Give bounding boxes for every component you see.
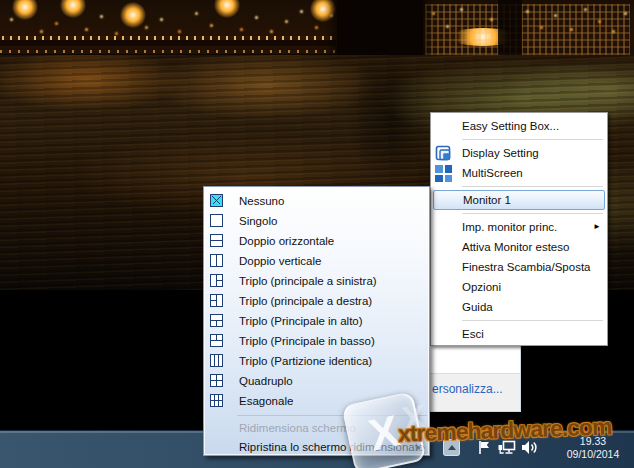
layout-submenu-item-label: Triplo (Principale in basso) <box>239 335 375 347</box>
tray-menu-item-label: Monitor 1 <box>463 194 511 206</box>
tray-menu-item-label: Attiva Monitor esteso <box>462 241 569 253</box>
tray-menu-item-label: MultiScreen <box>462 167 523 179</box>
wallpaper-bridge-deck <box>0 40 336 46</box>
tray-menu-separator <box>462 186 603 187</box>
clock-date: 09/10/2014 <box>556 448 630 461</box>
tray-menu-item-imp-monitor-princ[interactable]: Imp. monitor princ.► <box>431 217 607 237</box>
layout-submenu-item-singolo[interactable]: Singolo <box>204 211 429 231</box>
desktop-screen: 19.33 09/10/2014 ersonalizza... Easy Set… <box>0 0 634 468</box>
layout-submenu-item-triplo-principale-basso[interactable]: Triplo (Principale in basso) <box>204 331 429 351</box>
tray-menu-item-label: Imp. monitor princ. <box>462 221 557 233</box>
wallpaper-light-row <box>0 50 340 53</box>
tray-menu-item-multiscreen[interactable]: MultiScreen <box>431 163 607 183</box>
tray-context-menu: Easy Setting Box...Display SettingMultiS… <box>430 112 608 346</box>
tray-flyout: ersonalizza... <box>429 345 521 412</box>
tray-menu-item-label: Finestra Scambia/Sposta <box>462 261 590 273</box>
layout-submenu-item-label: Triplo (principale a destra) <box>239 295 372 307</box>
layout-submenu-item-label: Quadruplo <box>239 375 293 387</box>
tray-flyout-footer: ersonalizza... <box>430 373 520 411</box>
tray-menu-item-opzioni[interactable]: Opzioni <box>431 277 607 297</box>
layout-hex-icon <box>210 394 223 407</box>
tray-menu-separator <box>462 139 603 140</box>
layout-three-main-top-icon <box>210 314 223 327</box>
tray-menu-item-guida[interactable]: Guida <box>431 297 607 317</box>
layout-three-equal-icon <box>210 354 223 367</box>
submenu-arrow-icon: ► <box>593 217 601 237</box>
tray-menu-item-display-setting[interactable]: Display Setting <box>431 143 607 163</box>
layout-submenu-item-label: Triplo (Partizione identica) <box>239 355 372 367</box>
layout-submenu-item-triplo-principale-sinistra[interactable]: Triplo (principale a sinistra) <box>204 271 429 291</box>
layout-submenu-item-label: Nessuno <box>239 195 284 207</box>
tray-menu-item-label: Display Setting <box>462 147 539 159</box>
personalizza-link[interactable]: ersonalizza... <box>432 382 503 396</box>
wallpaper-light-glow <box>120 2 146 28</box>
layout-submenu-item-label: Triplo (principale a sinistra) <box>239 275 377 287</box>
layout-three-main-left-icon <box>210 274 223 287</box>
layout-submenu-item-triplo-partizione-identica[interactable]: Triplo (Partizione identica) <box>204 351 429 371</box>
layout-submenu-item-nessuno[interactable]: Nessuno <box>204 191 429 211</box>
multiscreen-icon <box>434 164 452 182</box>
layout-submenu-item-label: Doppio orizzontale <box>239 235 334 247</box>
layout-two-vertical-icon <box>210 254 223 267</box>
tray-menu-item-monitor-1[interactable]: Monitor 1 <box>433 190 605 210</box>
tray-menu-item-attiva-monitor-esteso[interactable]: Attiva Monitor esteso <box>431 237 607 257</box>
display-setting-icon <box>434 144 452 162</box>
layout-submenu-item-label: Triplo (Principale in alto) <box>239 315 363 327</box>
layout-three-main-bottom-icon <box>210 334 223 347</box>
layout-none-icon <box>210 194 223 207</box>
layout-submenu-item-label: Doppio verticale <box>239 255 321 267</box>
tray-menu-item-label: Opzioni <box>462 281 501 293</box>
layout-quad-icon <box>210 374 223 387</box>
layout-submenu-item-quadruplo[interactable]: Quadruplo <box>204 371 429 391</box>
tray-menu-item-easy-setting-box[interactable]: Easy Setting Box... <box>431 116 607 136</box>
tray-menu-separator <box>462 213 603 214</box>
tray-menu-item-label: Easy Setting Box... <box>462 120 559 132</box>
wallpaper-dark-gap <box>498 0 522 58</box>
tray-menu-item-label: Esci <box>462 328 484 340</box>
tray-menu-item-label: Guida <box>462 301 493 313</box>
tray-menu-item-finestra-scambia-sposta[interactable]: Finestra Scambia/Sposta <box>431 257 607 277</box>
wallpaper-building-windows <box>425 4 630 56</box>
wallpaper-city-lights <box>0 0 3 3</box>
tray-menu-item-esci[interactable]: Esci <box>431 324 607 344</box>
layout-submenu-item-label: Singolo <box>239 215 277 227</box>
layout-submenu-item-label: Ridimensiona schermo <box>239 422 356 434</box>
layout-submenu-item-doppio-verticale[interactable]: Doppio verticale <box>204 251 429 271</box>
tray-menu-separator <box>462 320 603 321</box>
layout-submenu-item-triplo-principale-destra[interactable]: Triplo (principale a destra) <box>204 291 429 311</box>
layout-three-main-right-icon <box>210 294 223 307</box>
layout-two-horizontal-icon <box>210 234 223 247</box>
layout-submenu-item-triplo-principale-alto[interactable]: Triplo (Principale in alto) <box>204 311 429 331</box>
layout-submenu-item-label: Esagonale <box>239 395 293 407</box>
layout-submenu-item-doppio-orizzontale[interactable]: Doppio orizzontale <box>204 231 429 251</box>
layout-single-icon <box>210 214 223 227</box>
